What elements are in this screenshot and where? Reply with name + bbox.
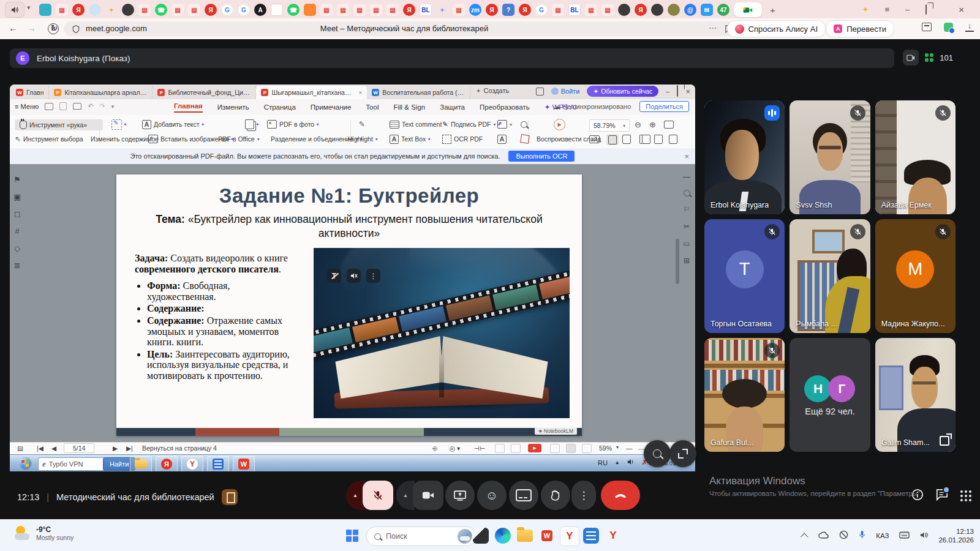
address-bar[interactable]: meet.google.com Meet – Методический час … xyxy=(64,21,745,36)
win7-lang[interactable]: RU xyxy=(598,459,608,467)
view-mode-icon[interactable] xyxy=(550,444,560,453)
browser-tab-favicon[interactable]: @ xyxy=(684,4,696,16)
wps-ribbon-item[interactable]: ✦ xyxy=(111,119,127,129)
wps-doc-tab[interactable]: WГлавн xyxy=(11,86,49,99)
browser-tab-favicon[interactable] xyxy=(122,4,134,16)
no-text-icon[interactable]: T xyxy=(327,269,341,283)
wps-ribbon-item[interactable]: Highlight▾ xyxy=(348,134,378,144)
win7-vpn-search[interactable]: e Турбо VPN xyxy=(38,457,108,471)
browser-tab-favicon[interactable]: ▤ xyxy=(353,4,366,16)
browser-tab-favicon[interactable]: ▤ xyxy=(320,4,333,16)
volume-tray-icon[interactable] xyxy=(920,530,928,541)
omnibox-more-icon[interactable]: ⋯ xyxy=(709,23,717,32)
chat-icon[interactable] xyxy=(936,489,948,503)
browser-tab-favicon[interactable]: ✦ xyxy=(436,4,448,16)
browser-tab-favicon[interactable]: ▤ xyxy=(552,4,564,16)
prev-page-button[interactable]: ◀ xyxy=(51,444,56,452)
browser-tab-favicon[interactable]: 47 xyxy=(717,4,729,16)
wps-menu-item[interactable]: Tool xyxy=(366,103,379,111)
wps-ribbon-item[interactable]: PDF в фото✦ xyxy=(267,119,320,129)
touch-keyboard-icon[interactable] xyxy=(899,530,910,541)
bookmark-view-icon[interactable] xyxy=(582,444,592,453)
win7-yandex-browser-icon[interactable]: Y xyxy=(181,456,203,471)
wps-ribbon-item[interactable]: ⊕ xyxy=(649,119,656,129)
wps-ribbon-item[interactable]: Инструмент «рука» xyxy=(15,119,103,130)
browser-tab-favicon[interactable]: G xyxy=(238,4,250,16)
wps-menu-item[interactable]: Главная xyxy=(174,102,203,113)
participant-tile-galim[interactable]: Galim Sham... xyxy=(875,338,956,452)
audio-muted-icon[interactable] xyxy=(347,269,361,283)
language-indicator[interactable]: КАЗ xyxy=(876,532,889,539)
taskbar-app-widgets[interactable] xyxy=(472,527,490,545)
play-slideshow-button[interactable]: ▶ xyxy=(528,444,541,452)
first-page-button[interactable]: |◀ xyxy=(37,444,43,452)
wps-ribbon-item[interactable]: Text comment✦ xyxy=(390,119,447,129)
fit-page-icon[interactable] xyxy=(566,444,576,453)
wps-ribbon-item[interactable] xyxy=(639,134,650,144)
browser-tab-favicon[interactable]: ▤ xyxy=(337,4,349,16)
layers-icon[interactable]: ≣ xyxy=(14,261,21,270)
taskbar-search[interactable]: Поиск xyxy=(366,527,476,546)
wps-more-chevron-icon[interactable]: ▾ xyxy=(111,103,115,110)
wps-ribbon-item[interactable] xyxy=(521,119,527,129)
wps-ribbon-item[interactable]: 58.79%▾ xyxy=(589,119,630,132)
browser-tab-favicon[interactable]: ▤ xyxy=(188,4,200,16)
browser-tab-favicon[interactable]: BL xyxy=(420,4,432,16)
browser-tab-favicon[interactable]: G xyxy=(221,4,233,16)
browser-tab-favicon[interactable]: Я xyxy=(635,4,647,16)
participant-tile-madina[interactable]: ММадина Жакупо... xyxy=(875,219,956,333)
run-ocr-button[interactable]: Выполнить OCR xyxy=(508,151,575,162)
wps-ribbon-item[interactable] xyxy=(521,134,529,144)
browser-tab-favicon[interactable]: ▤ xyxy=(138,4,151,16)
zoom-chevron-icon[interactable]: ▾ xyxy=(616,444,619,450)
back-button[interactable]: ← xyxy=(9,23,18,33)
wps-ribbon-item[interactable]: PDF в Office▾ xyxy=(218,134,260,144)
browser-tab-favicon[interactable]: ☎ xyxy=(287,4,300,16)
browser-tab-favicon[interactable]: BL xyxy=(568,4,581,16)
captions-button[interactable] xyxy=(509,481,538,510)
new-tab-button[interactable]: + xyxy=(770,5,775,15)
collapse-icon[interactable]: — xyxy=(683,173,690,181)
wps-ribbon-item[interactable]: A xyxy=(497,134,507,144)
mic-button-muted[interactable] xyxy=(363,481,393,510)
wps-menu-item[interactable]: Примечание xyxy=(311,103,352,111)
network-disabled-icon[interactable] xyxy=(839,530,848,542)
browser-tab-favicon[interactable]: G xyxy=(535,4,548,16)
wps-minimize-button[interactable]: – xyxy=(666,88,669,95)
comment-icon[interactable]: ◻ xyxy=(14,209,21,219)
browser-tab-favicon[interactable]: ▤ xyxy=(386,4,399,16)
wps-doc-tab[interactable]: PШығармашыл_кітапханашы× xyxy=(256,86,367,99)
wps-ribbon-item[interactable]: AДобавить текст✦ xyxy=(142,119,205,129)
back-to-page-link[interactable]: Вернуться на страницу 4 xyxy=(142,444,217,452)
cam-options-chevron[interactable]: ▲ xyxy=(396,481,415,510)
more-options-icon[interactable]: ⋮ xyxy=(366,269,380,283)
wps-new-doc-button[interactable]: +Создать xyxy=(477,87,509,94)
wps-ribbon-item[interactable]: 1:1 xyxy=(589,134,600,144)
wps-print-icon[interactable] xyxy=(73,103,81,110)
tray-overflow-chevron[interactable] xyxy=(801,533,809,541)
win7-tray-chevron-icon[interactable]: ▲ xyxy=(615,460,620,465)
next-page-button[interactable]: ▶ xyxy=(113,444,118,452)
extension-spark-icon[interactable]: ✦ xyxy=(862,5,869,14)
window-close-button[interactable]: × xyxy=(959,4,964,15)
participants-grid-icon[interactable] xyxy=(925,53,933,62)
wps-ribbon-item[interactable]: ⊖ xyxy=(635,119,641,129)
taskbar-yandex-browser-active[interactable]: Y xyxy=(560,527,579,546)
downloads-icon[interactable]: ↓ xyxy=(965,22,974,32)
browser-tab-favicon[interactable]: zm xyxy=(469,4,481,16)
win7-volume-icon[interactable] xyxy=(627,459,635,467)
browser-tab-favicon[interactable]: Я xyxy=(519,4,531,16)
banner-close-icon[interactable]: × xyxy=(684,152,689,161)
thumbnail-icon[interactable]: ▣ xyxy=(13,192,21,201)
win7-start-button[interactable] xyxy=(18,457,32,470)
taskbar-edge-icon[interactable] xyxy=(494,527,512,545)
vpn-extension-icon[interactable] xyxy=(944,23,953,32)
activities-grid-icon[interactable] xyxy=(960,490,971,501)
info-icon[interactable] xyxy=(911,489,924,503)
participant-tile-svsv[interactable]: Svsv Shsh xyxy=(790,100,870,214)
attachment-icon[interactable]: # xyxy=(15,227,20,236)
browser-tab-favicon[interactable]: Я xyxy=(205,4,217,16)
browser-tab-favicon[interactable]: Я xyxy=(486,4,498,16)
zoom-out-button[interactable]: — xyxy=(626,444,633,452)
participant-tile-aizada[interactable]: Айзада Ермек xyxy=(875,100,956,214)
